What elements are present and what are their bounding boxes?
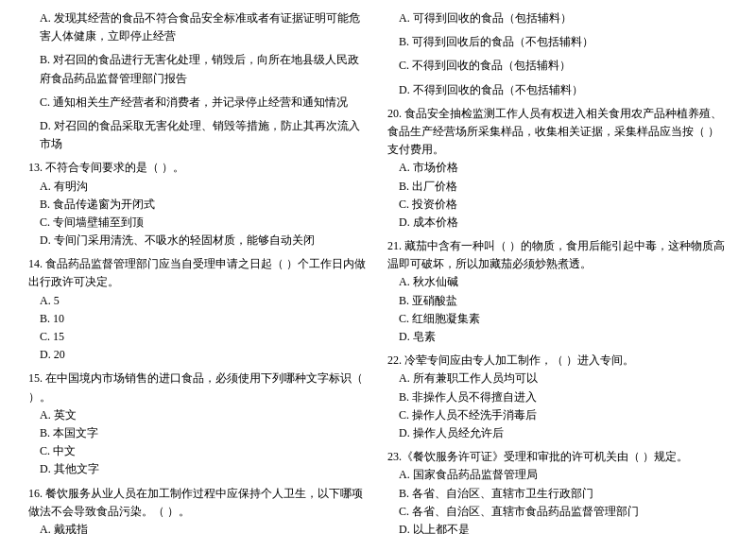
q-d-note: D. 对召回的食品采取无害化处理、销毁等措施，防止其再次流入市场 [28,117,369,153]
q-c-note-text: C. 通知相关生产经营者和消费者，并记录停止经营和通知情况 [28,94,369,112]
q23-d: D. 以上都不是 [387,521,728,534]
r-a: A. 可得到回收的食品（包括辅料） [387,9,728,27]
q-a-note-text: A. 发现其经营的食品不符合食品安全标准或者有证据证明可能危害人体健康，立即停止… [28,9,369,45]
q13: 13. 不符合专间要求的是（ ）。 A. 有明沟 B. 食品传递窗为开闭式 C.… [28,159,369,250]
q22-text: 22. 冷荤专间应由专人加工制作，（ ）进入专间。 [387,352,728,370]
q16-text: 16. 餐饮服务从业人员在加工制作过程中应保持个人卫生，以下哪项做法不会导致食品… [28,485,369,521]
q21-a: A. 秋水仙碱 [387,273,728,291]
q13-d: D. 专间门采用清洗、不吸水的轻固材质，能够自动关闭 [28,232,369,250]
q22-d: D. 操作人员经允许后 [387,424,728,442]
q23: 23.《餐饮服务许可证》受理和审批的许可机关由（ ）规定。 A. 国家食品药品监… [387,448,728,534]
q21-b: B. 亚硝酸盐 [387,292,728,310]
r-b-text: B. 可得到回收后的食品（不包括辅料） [387,33,728,51]
q13-a: A. 有明沟 [28,178,369,196]
q20-d: D. 成本价格 [387,214,728,232]
q21-text: 21. 藏茄中含有一种叫（ ）的物质，食用后能引起中毒，这种物质高温即可破坏，所… [387,237,728,273]
q-b-note-text: B. 对召回的食品进行无害化处理，销毁后，向所在地县级人民政府食品药品监督管理部… [28,51,369,87]
r-d-text: D. 不得到回收的食品（不包括辅料） [387,81,728,99]
q14-a: A. 5 [28,292,369,310]
q14-c: C. 15 [28,328,369,346]
q22: 22. 冷荤专间应由专人加工制作，（ ）进入专间。 A. 所有兼职工作人员均可以… [387,352,728,442]
q22-a: A. 所有兼职工作人员均可以 [387,370,728,388]
q13-b: B. 食品传递窗为开闭式 [28,196,369,214]
q20-b: B. 出厂价格 [387,178,728,196]
q16: 16. 餐饮服务从业人员在加工制作过程中应保持个人卫生，以下哪项做法不会导致食品… [28,485,369,535]
q23-c: C. 各省、自治区、直辖市食品药品监督管理部门 [387,503,728,521]
q16-a: A. 戴戒指 [28,521,369,534]
r-a-text: A. 可得到回收的食品（包括辅料） [387,9,728,27]
q22-c: C. 操作人员不经洗手消毒后 [387,406,728,424]
left-column: A. 发现其经营的食品不符合食品安全标准或者有证据证明可能危害人体健康，立即停止… [28,9,369,534]
r-b: B. 可得到回收后的食品（不包括辅料） [387,33,728,51]
page-content: A. 发现其经营的食品不符合食品安全标准或者有证据证明可能危害人体健康，立即停止… [28,9,728,534]
q23-text: 23.《餐饮服务许可证》受理和审批的许可机关由（ ）规定。 [387,448,728,466]
q22-b: B. 非操作人员不得擅自进入 [387,388,728,406]
q15-c: C. 中文 [28,442,369,460]
q15-a: A. 英文 [28,406,369,424]
q20: 20. 食品安全抽检监测工作人员有权进入相关食用农产品种植养殖、食品生产经营场所… [387,105,728,232]
q21-d: D. 皂素 [387,328,728,346]
q-a-note: A. 发现其经营的食品不符合食品安全标准或者有证据证明可能危害人体健康，立即停止… [28,9,369,45]
q21: 21. 藏茄中含有一种叫（ ）的物质，食用后能引起中毒，这种物质高温即可破坏，所… [387,237,728,346]
q13-c: C. 专间墙壁辅至到顶 [28,214,369,232]
q14-b: B. 10 [28,310,369,328]
q15-b: B. 本国文字 [28,424,369,442]
q14: 14. 食品药品监督管理部门应当自受理申请之日起（ ）个工作日内做出行政许可决定… [28,255,369,364]
r-c-text: C. 不得到回收的食品（包括辅料） [387,57,728,75]
r-d: D. 不得到回收的食品（不包括辅料） [387,81,728,99]
q-b-note: B. 对召回的食品进行无害化处理，销毁后，向所在地县级人民政府食品药品监督管理部… [28,51,369,87]
q23-a: A. 国家食品药品监督管理局 [387,466,728,484]
q20-a: A. 市场价格 [387,159,728,177]
q14-text: 14. 食品药品监督管理部门应当自受理申请之日起（ ）个工作日内做出行政许可决定… [28,255,369,291]
right-column: A. 可得到回收的食品（包括辅料） B. 可得到回收后的食品（不包括辅料） C.… [387,9,728,534]
q15-text: 15. 在中国境内市场销售的进口食品，必须使用下列哪种文字标识（ ）。 [28,370,369,405]
q15-d: D. 其他文字 [28,460,369,478]
q14-d: D. 20 [28,346,369,364]
q21-c: C. 红细胞凝集素 [387,310,728,328]
q20-text: 20. 食品安全抽检监测工作人员有权进入相关食用农产品种植养殖、食品生产经营场所… [387,105,728,160]
q15: 15. 在中国境内市场销售的进口食品，必须使用下列哪种文字标识（ ）。 A. 英… [28,370,369,478]
q23-b: B. 各省、自治区、直辖市卫生行政部门 [387,485,728,503]
q13-text: 13. 不符合专间要求的是（ ）。 [28,159,369,177]
q20-c: C. 投资价格 [387,196,728,214]
q-d-note-text: D. 对召回的食品采取无害化处理、销毁等措施，防止其再次流入市场 [28,117,369,153]
r-c: C. 不得到回收的食品（包括辅料） [387,57,728,75]
q-c-note: C. 通知相关生产经营者和消费者，并记录停止经营和通知情况 [28,94,369,112]
